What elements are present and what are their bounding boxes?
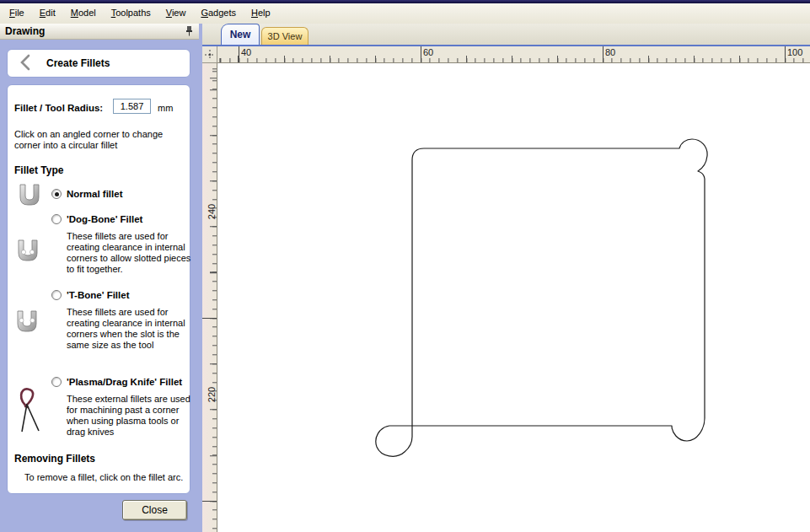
menu-edit[interactable]: Edit [32,6,63,19]
fillet-radius-unit: mm [158,103,173,113]
tab-new[interactable]: New [221,24,260,45]
tool-intro-text: Click on an angled corner to change corn… [14,129,174,151]
removing-fillets-text: To remove a fillet, click on the fillet … [24,472,190,482]
tab-3d-view[interactable]: 3D View [261,27,308,45]
crosshair-icon [204,49,216,61]
plasma-fillet-description: These external fillets are used for mach… [67,394,193,438]
ruler-origin-toggle[interactable] [202,46,217,63]
canvas-region: New 3D View 40 60 80 100 240 220 [202,24,810,532]
normal-fillet-label: Normal fillet [67,189,122,199]
tool-body-box: Fillet / Tool Radius: mm Click on an ang… [7,84,190,494]
menu-bar: File Edit Model Toolpaths View Gadgets H… [0,3,810,24]
tbone-fillet-label: 'T-Bone' Fillet [67,290,129,300]
dogbone-fillet-icon [15,239,40,266]
back-chevron-icon[interactable] [19,54,31,73]
drawing-panel-title: Drawing [5,25,185,37]
tbone-fillet-description: These fillets are used for creating clea… [67,307,193,351]
removing-fillets-heading: Removing Fillets [14,453,95,465]
drawing-canvas[interactable] [217,63,810,532]
vruler-label-220: 220 [207,384,217,405]
tab-bar: New 3D View [202,24,810,46]
menu-toolpaths[interactable]: Toolpaths [104,6,158,19]
radio-dogbone-fillet[interactable] [51,214,62,224]
hruler-label-40: 40 [241,47,251,57]
hruler-label-100: 100 [787,47,802,57]
plasma-drag-knife-icon [16,387,48,441]
pin-icon[interactable] [185,25,194,38]
menu-gadgets[interactable]: Gadgets [193,6,244,19]
menu-help[interactable]: Help [244,6,278,19]
drawing-panel-header: Drawing [0,24,199,40]
radio-normal-fillet[interactable] [51,189,62,199]
tool-title: Create Fillets [46,57,110,69]
dogbone-fillet-label: 'Dog-Bone' Fillet [67,214,142,224]
menu-view[interactable]: View [158,6,194,19]
radio-plasma-fillet[interactable] [51,377,62,387]
vertical-ruler: 240 220 [202,63,217,532]
drawing-panel: Drawing Create Fillets Fillet / Tool Rad… [0,24,202,532]
tool-header-box: Create Fillets [7,49,190,78]
menu-model[interactable]: Model [63,6,104,19]
menu-file[interactable]: File [2,6,32,19]
close-button[interactable]: Close [122,500,187,520]
dogbone-fillet-description: These fillets are used for creating clea… [67,231,193,275]
tbone-fillet-icon [14,309,40,336]
fillet-radius-label: Fillet / Tool Radius: [14,103,103,113]
filleted-square-vector [217,63,810,532]
fillet-type-heading: Fillet Type [14,164,63,176]
plasma-fillet-label: 'Plasma/Drag Knife' Fillet [67,377,182,387]
radio-tbone-fillet[interactable] [51,290,62,300]
fillet-radius-input[interactable] [113,99,151,114]
horizontal-ruler: 40 60 80 100 [217,46,810,63]
normal-fillet-icon [17,183,42,210]
hruler-label-60: 60 [423,47,433,57]
vruler-label-240: 240 [207,202,217,222]
hruler-label-80: 80 [605,47,615,57]
